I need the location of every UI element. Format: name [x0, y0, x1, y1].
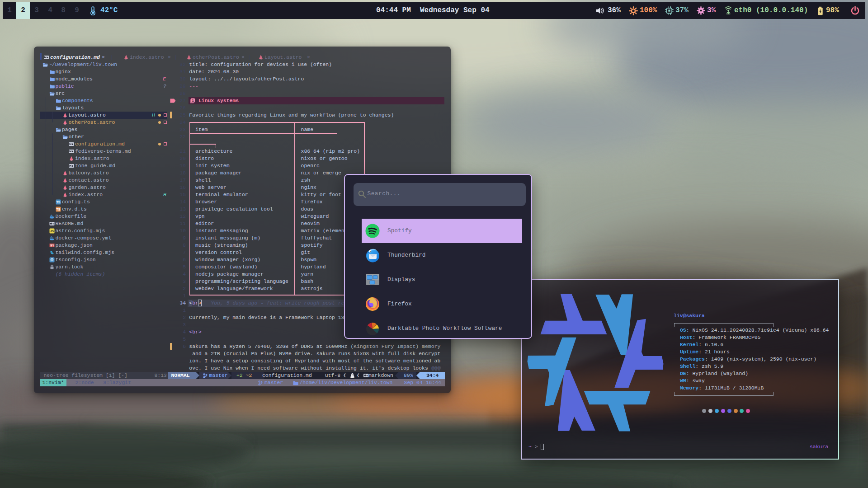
svg-text:TS: TS	[57, 201, 61, 204]
svg-text:1: 1	[192, 99, 194, 103]
svg-text:TS: TS	[57, 208, 61, 211]
svg-text:JS: JS	[50, 230, 54, 233]
